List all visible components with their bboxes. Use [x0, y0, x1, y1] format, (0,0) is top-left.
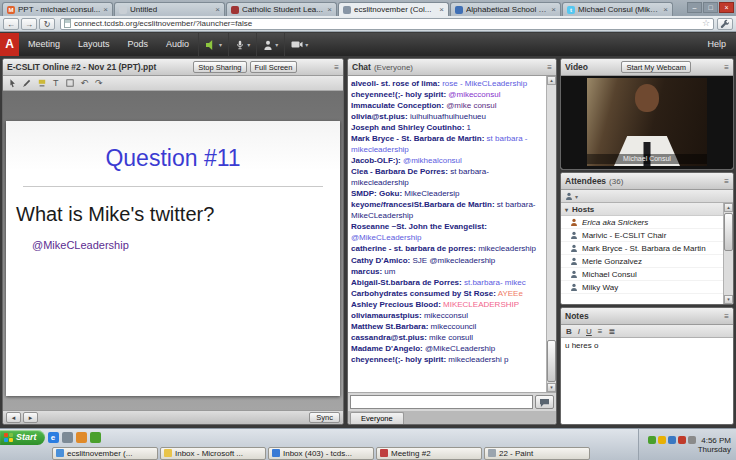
tab-close-icon[interactable]: ×: [551, 6, 556, 14]
browser-tab-alphabetical-school[interactable]: Alphabetical School D... ×: [450, 2, 561, 16]
scroll-down-icon[interactable]: ▾: [724, 295, 733, 304]
attendee-row[interactable]: Erica aka Snickers: [561, 216, 723, 229]
hosts-group-header[interactable]: ▾ Hosts: [561, 203, 723, 216]
chat-text: SJE @mikecleadership: [412, 256, 495, 265]
tray-icon[interactable]: [678, 436, 686, 444]
attendee-row[interactable]: Milky Way: [561, 281, 723, 294]
chevron-down-icon[interactable]: ▾: [575, 193, 578, 200]
help-button[interactable]: Help: [697, 33, 736, 56]
tab-close-icon[interactable]: ×: [439, 6, 444, 14]
pod-options-icon[interactable]: ≡: [724, 63, 729, 72]
task-button-ecslitnovember[interactable]: ecslitnovember (...: [52, 447, 158, 460]
italic-icon[interactable]: I: [578, 326, 580, 337]
tab-close-icon[interactable]: ×: [103, 6, 108, 14]
task-button-inbox-outlook[interactable]: Inbox - Microsoft ...: [160, 447, 266, 460]
pod-options-icon[interactable]: ≡: [724, 312, 729, 321]
shape-tool-icon[interactable]: [66, 79, 74, 87]
close-button[interactable]: ×: [719, 2, 734, 13]
scroll-up-icon[interactable]: ▴: [547, 76, 556, 85]
scrollbar-thumb[interactable]: [547, 340, 556, 382]
menu-pods[interactable]: Pods: [119, 33, 158, 56]
attendee-row[interactable]: Mark Bryce - St. Barbara de Martin: [561, 242, 723, 255]
browser-tab-ecslitnovember[interactable]: ecslitnovember (Col... ×: [338, 2, 449, 16]
chat-sender: keyome/francesiSt.Barbara de Martin:: [351, 200, 495, 209]
numbered-list-icon[interactable]: ≣: [608, 326, 615, 337]
speaker-button[interactable]: ▾: [198, 33, 228, 56]
attendee-row[interactable]: Marivic - E-CSLIT Chair: [561, 229, 723, 242]
full-screen-button[interactable]: Full Screen: [250, 61, 298, 73]
task-button-paint[interactable]: 22 - Paint: [484, 447, 590, 460]
quick-launch-browser-icon[interactable]: e: [48, 432, 59, 443]
browser-tab-twitter[interactable]: t Michael Consul (Mike... ×: [562, 2, 673, 16]
menu-meeting[interactable]: Meeting: [19, 33, 69, 56]
menu-layouts[interactable]: Layouts: [69, 33, 119, 56]
quick-launch-desktop-icon[interactable]: [62, 432, 73, 443]
chat-tab-everyone[interactable]: Everyone: [350, 412, 404, 424]
previous-slide-button[interactable]: ◂: [6, 412, 21, 423]
bold-icon[interactable]: B: [566, 326, 572, 337]
underline-icon[interactable]: U: [586, 326, 592, 337]
app-icon: [164, 449, 172, 457]
scrollbar-thumb[interactable]: [724, 213, 733, 251]
text-tool-icon[interactable]: T: [53, 78, 59, 88]
sync-button[interactable]: Sync: [309, 412, 340, 423]
microphone-button[interactable]: ▾: [228, 33, 256, 56]
redo-icon[interactable]: ↷: [95, 78, 103, 88]
pod-options-icon[interactable]: ≡: [334, 63, 339, 72]
task-button-inbox-webmail[interactable]: Inbox (403) - tcds...: [268, 447, 374, 460]
wrench-menu-icon[interactable]: [717, 18, 733, 30]
forward-button[interactable]: →: [21, 18, 37, 30]
quick-launch-mail-icon[interactable]: [90, 432, 101, 443]
task-button-meeting[interactable]: Meeting #2: [376, 447, 482, 460]
refresh-button[interactable]: ↻: [39, 18, 55, 30]
chat-scrollbar[interactable]: ▴ ▾: [546, 76, 556, 392]
highlighter-tool-icon[interactable]: [38, 79, 46, 87]
pod-options-icon[interactable]: ≡: [724, 177, 729, 186]
attendee-row[interactable]: Michael Consul: [561, 268, 723, 281]
attendees-scrollbar[interactable]: ▴ ▾: [723, 203, 733, 304]
minimize-button[interactable]: –: [687, 2, 702, 13]
address-bar[interactable]: connect.tcdsb.org/ecslitnovember/?launch…: [60, 18, 714, 30]
attendees-count: (36): [609, 177, 623, 186]
pen-tool-icon[interactable]: [23, 79, 31, 87]
chat-sender: oliviamaurastpius:: [351, 311, 422, 320]
tray-icon[interactable]: [668, 436, 676, 444]
tray-icon[interactable]: [658, 436, 666, 444]
chat-text: MikeCleadersip: [404, 189, 459, 198]
system-tray: 4:56 PM Thursday: [638, 429, 736, 460]
chat-input[interactable]: [350, 395, 533, 409]
quick-launch-media-icon[interactable]: [76, 432, 87, 443]
start-webcam-button[interactable]: Start My Webcam: [621, 61, 690, 73]
tab-close-icon[interactable]: ×: [327, 6, 332, 14]
send-message-button[interactable]: [535, 395, 554, 409]
tray-icon[interactable]: [648, 436, 656, 444]
bookmark-star-icon[interactable]: ☆: [702, 19, 710, 28]
browser-tab-strip: M PPT - michael.consul... × Untitled × C…: [0, 0, 736, 16]
tab-close-icon[interactable]: ×: [663, 6, 668, 14]
browser-tab-untitled[interactable]: Untitled ×: [114, 2, 225, 16]
start-button[interactable]: Start: [0, 430, 45, 445]
attendee-row[interactable]: Merle Gonzalvez: [561, 255, 723, 268]
webcam-button[interactable]: ▾: [284, 33, 314, 56]
pod-options-icon[interactable]: ≡: [547, 63, 552, 72]
tray-icon[interactable]: [688, 436, 696, 444]
scroll-up-icon[interactable]: ▴: [724, 203, 733, 212]
maximize-button[interactable]: □: [703, 2, 718, 13]
bullet-list-icon[interactable]: ≡: [598, 326, 603, 337]
url-text[interactable]: connect.tcdsb.org/ecslitnovember/?launch…: [74, 19, 699, 28]
notes-content[interactable]: u heres o: [561, 338, 733, 424]
tab-close-icon[interactable]: ×: [215, 6, 220, 14]
pointer-tool-icon[interactable]: [9, 79, 16, 88]
undo-icon[interactable]: ↶: [81, 78, 89, 88]
browser-tab-ppt[interactable]: M PPT - michael.consul... ×: [2, 2, 113, 16]
next-slide-button[interactable]: ▸: [23, 412, 38, 423]
stop-sharing-button[interactable]: Stop Sharing: [193, 61, 246, 73]
scroll-down-icon[interactable]: ▾: [547, 383, 556, 392]
chat-sender: Ashley Precious Blood:: [351, 300, 441, 309]
chat-text: @MikeCLeadership: [351, 233, 421, 242]
browser-tab-catholic-student[interactable]: Catholic Student Lea... ×: [226, 2, 337, 16]
status-person-icon[interactable]: [565, 192, 573, 200]
back-button[interactable]: ←: [3, 18, 19, 30]
status-button[interactable]: ▾: [256, 33, 284, 56]
menu-audio[interactable]: Audio: [157, 33, 198, 56]
